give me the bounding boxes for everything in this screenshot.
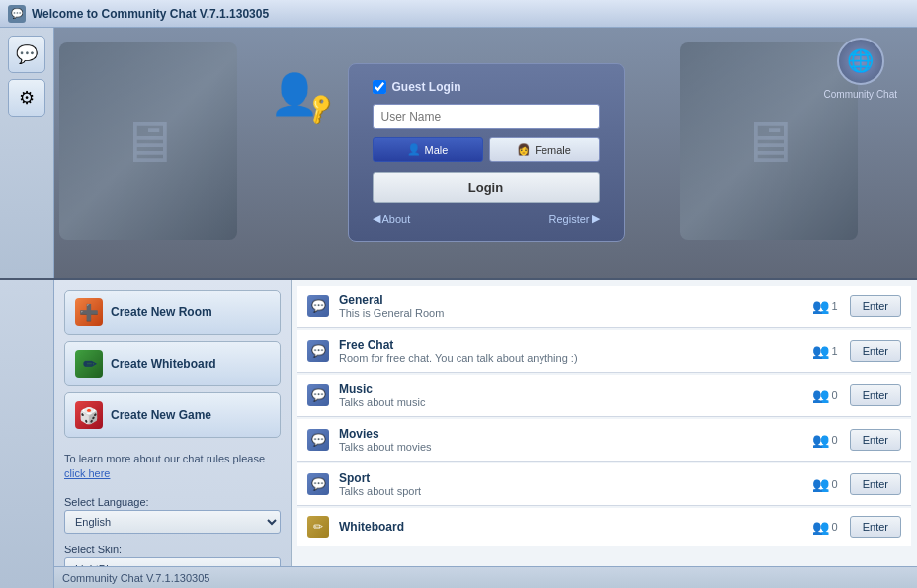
user-count: 0 <box>832 434 838 446</box>
title-bar: 💬 Welcome to Community Chat V.7.1.130305 <box>0 0 917 28</box>
enter-room-button[interactable]: Enter <box>850 516 901 538</box>
users-icon: 👥 <box>812 387 829 403</box>
create-new-room-button[interactable]: ➕ Create New Room <box>64 290 281 335</box>
language-label: Select Language: <box>64 496 281 508</box>
room-users: 👥 0 <box>812 476 838 492</box>
user-count: 1 <box>832 300 838 312</box>
community-chat-logo: 🌐 Community Chat <box>824 38 897 100</box>
room-users: 👥 1 <box>812 298 838 314</box>
room-info: Music Talks about music <box>339 382 812 408</box>
enter-room-button[interactable]: Enter <box>850 340 901 362</box>
room-users: 👥 0 <box>812 387 838 403</box>
room-desc: Talks about sport <box>339 485 812 497</box>
click-here-link[interactable]: click here <box>64 467 110 479</box>
room-item: 💬 Free Chat Room for free chat. You can … <box>297 330 911 373</box>
users-icon: 👥 <box>812 519 829 535</box>
room-item: 💬 Music Talks about music 👥 0 Enter <box>297 375 911 417</box>
about-register-row: ◀ About Register ▶ <box>373 212 600 225</box>
room-list: 💬 General This is General Room 👥 1 Enter… <box>292 280 917 566</box>
room-info: General This is General Room <box>339 294 812 319</box>
sidebar: 💬 ⚙ <box>0 28 54 278</box>
guest-label: Guest Login <box>392 80 461 94</box>
logo-label: Community Chat <box>824 89 897 100</box>
room-users: 👥 1 <box>812 343 838 359</box>
room-type-icon: 💬 <box>307 340 329 362</box>
user-count: 1 <box>832 345 838 357</box>
create-new-game-button[interactable]: 🎲 Create New Game <box>64 392 281 438</box>
users-icon: 👥 <box>812 343 829 359</box>
outer-layout: 💬 ⚙ 🖥 🖥 🌐 Community Chat 👤 🔑 <box>0 28 917 588</box>
room-name: Free Chat <box>339 338 812 352</box>
female-button[interactable]: 👩 Female <box>489 137 600 162</box>
room-item: 💬 Movies Talks about movies 👥 0 Enter <box>297 419 911 462</box>
room-type-icon: 💬 <box>307 429 329 451</box>
users-icon: 👥 <box>812 432 829 448</box>
create-game-icon: 🎲 <box>75 401 103 429</box>
skin-select[interactable]: LightBlue Dark Classic <box>64 557 281 566</box>
room-type-icon: 💬 <box>307 384 329 406</box>
room-name: Whiteboard <box>339 520 812 534</box>
header-bg-left: 🖥 <box>59 42 237 240</box>
room-type-icon: ✏ <box>307 516 329 538</box>
room-type-icon: 💬 <box>307 295 329 317</box>
login-button[interactable]: Login <box>373 172 600 203</box>
user-count: 0 <box>832 521 838 533</box>
left-arrow-icon: ◀ <box>373 212 380 225</box>
info-text: To learn more about our chat rules pleas… <box>64 452 281 482</box>
register-link[interactable]: Register ▶ <box>549 212 600 225</box>
room-item: 💬 General This is General Room 👥 1 Enter <box>297 286 911 328</box>
room-users: 👥 0 <box>812 519 838 535</box>
middle-row: ➕ Create New Room ✏ Create Whiteboard 🎲 … <box>0 280 917 588</box>
create-room-icon: ➕ <box>75 298 103 326</box>
room-desc: Talks about music <box>339 396 812 408</box>
male-button[interactable]: 👤 Male <box>373 137 483 162</box>
sidebar-settings-button[interactable]: ⚙ <box>8 79 45 117</box>
avatar-area: 👤 🔑 <box>270 74 319 114</box>
users-icon: 👥 <box>812 298 829 314</box>
users-icon: 👥 <box>812 476 829 492</box>
enter-room-button[interactable]: Enter <box>850 295 901 317</box>
status-bar: Community Chat V.7.1.130305 <box>54 566 917 588</box>
app-icon: 💬 <box>8 5 26 23</box>
guest-login-row: Guest Login <box>373 80 600 94</box>
status-text: Community Chat V.7.1.130305 <box>62 572 209 584</box>
room-desc: Talks about movies <box>339 441 812 453</box>
gender-row: 👤 Male 👩 Female <box>373 137 600 162</box>
room-name: Sport <box>339 471 812 485</box>
username-input[interactable] <box>373 104 600 129</box>
guest-checkbox[interactable] <box>373 80 386 94</box>
login-box: 👤 🔑 Guest Login 👤 Male 👩 Female <box>348 63 625 242</box>
enter-room-button[interactable]: Enter <box>850 429 901 451</box>
room-name: Music <box>339 382 812 396</box>
room-info: Movies Talks about movies <box>339 427 812 453</box>
enter-room-button[interactable]: Enter <box>850 384 901 406</box>
right-arrow-icon: ▶ <box>592 212 600 225</box>
skin-label: Select Skin: <box>64 544 281 555</box>
room-users: 👥 0 <box>812 432 838 448</box>
sidebar-content <box>0 280 54 588</box>
monitor-icon-left: 🖥 <box>119 108 178 176</box>
room-item: ✏ Whiteboard 👥 0 Enter <box>297 508 911 546</box>
left-panel: ➕ Create New Room ✏ Create Whiteboard 🎲 … <box>54 280 292 566</box>
room-info: Sport Talks about sport <box>339 471 812 497</box>
room-info: Free Chat Room for free chat. You can ta… <box>339 338 812 364</box>
room-info: Whiteboard <box>339 520 812 534</box>
room-desc: This is General Room <box>339 307 812 319</box>
monitor-icon-right: 🖥 <box>739 108 798 176</box>
room-item: 💬 Sport Talks about sport 👥 0 Enter <box>297 463 911 506</box>
create-whiteboard-icon: ✏ <box>75 350 103 378</box>
enter-room-button[interactable]: Enter <box>850 473 901 495</box>
room-type-icon: 💬 <box>307 473 329 495</box>
main-col: ➕ Create New Room ✏ Create Whiteboard 🎲 … <box>54 280 917 588</box>
sidebar-chat-button[interactable]: 💬 <box>8 36 45 73</box>
create-whiteboard-button[interactable]: ✏ Create Whiteboard <box>64 341 281 386</box>
logo-icon: 🌐 <box>837 38 884 85</box>
female-icon: 👩 <box>517 143 531 156</box>
title-bar-text: Welcome to Community Chat V.7.1.130305 <box>32 7 269 21</box>
male-icon: 👤 <box>407 143 421 156</box>
room-desc: Room for free chat. You can talk about a… <box>339 352 812 364</box>
language-select[interactable]: English French German Spanish <box>64 510 281 534</box>
user-count: 0 <box>832 478 838 490</box>
about-link[interactable]: ◀ About <box>373 212 411 225</box>
header-area: 💬 ⚙ 🖥 🖥 🌐 Community Chat 👤 🔑 <box>0 28 917 280</box>
